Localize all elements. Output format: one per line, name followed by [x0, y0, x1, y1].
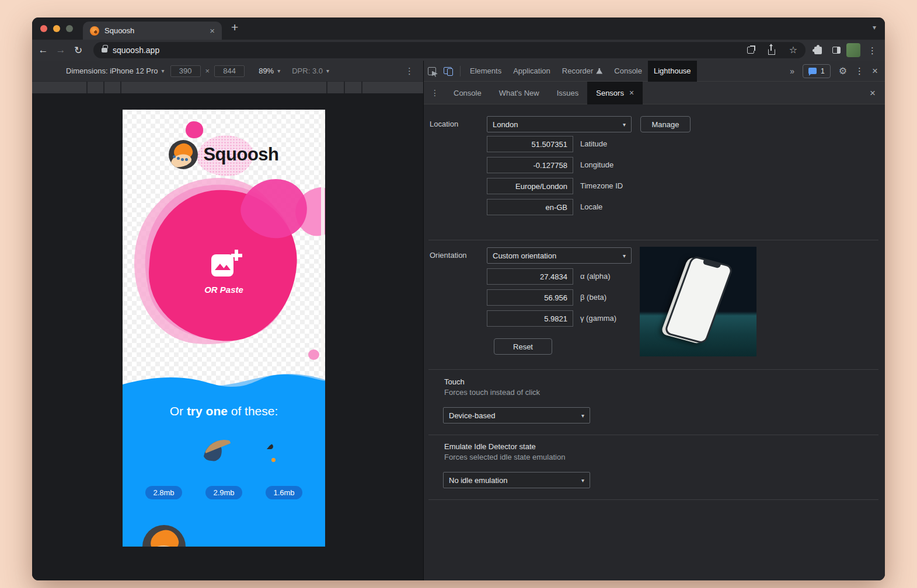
tab-elements[interactable]: Elements — [464, 61, 507, 82]
inspect-element-button[interactable] — [424, 61, 440, 82]
sample-photo-button[interactable]: 2.8mb — [143, 440, 185, 499]
sample-size-badge: 2.9mb — [205, 486, 242, 499]
forward-button[interactable]: → — [52, 44, 69, 56]
browser-menu-icon[interactable]: ⋮ — [868, 46, 877, 55]
gamma-input[interactable] — [487, 310, 573, 327]
url-text[interactable]: squoosh.app — [113, 46, 159, 55]
reset-orientation-button[interactable]: Reset — [494, 338, 552, 355]
chevron-down-icon: ▾ — [581, 477, 584, 484]
tab-recorder[interactable]: Recorder — [556, 61, 608, 82]
sample-screenshot-button[interactable]: 1.6mb — [263, 440, 305, 499]
device-emulation-pane: Dimensions: iPhone 12 Pro ▾ × 89% ▾ DPR:… — [32, 61, 423, 580]
desktop-background: Squoosh × + ▾ ← → ↻ squoosh.app ☆ — [0, 0, 917, 588]
open-in-window-icon[interactable] — [747, 47, 754, 54]
add-image-icon[interactable] — [211, 252, 237, 278]
section-divider — [428, 240, 878, 240]
timezone-label: Timezone ID — [580, 178, 623, 194]
idle-emulation-select[interactable]: No idle emulation▾ — [443, 472, 590, 488]
reload-button[interactable]: ↻ — [69, 44, 87, 57]
tab-application[interactable]: Application — [507, 61, 556, 82]
tab-lighthouse[interactable]: Lighthouse — [648, 61, 697, 82]
issues-bubble-icon — [808, 68, 817, 74]
window-zoom-button[interactable] — [66, 25, 73, 32]
bookmark-star-icon[interactable]: ☆ — [789, 46, 797, 55]
side-panel-icon[interactable] — [832, 47, 841, 54]
drawer-tab-console[interactable]: Console — [445, 82, 490, 104]
divider — [460, 66, 461, 76]
timezone-input[interactable] — [487, 178, 573, 194]
sensors-tab-close-icon[interactable]: × — [629, 89, 634, 97]
squoosh-hand-icon — [169, 140, 198, 169]
lock-icon[interactable] — [102, 48, 107, 52]
sample-illustration-button[interactable]: 2.9mb — [203, 440, 245, 499]
locale-label: Locale — [580, 199, 602, 215]
more-tabs-icon[interactable]: » — [790, 66, 794, 76]
devtools-settings-icon[interactable]: ⚙ — [839, 66, 847, 76]
back-button[interactable]: ← — [34, 44, 52, 56]
dimensions-multiply-sign: × — [205, 66, 210, 75]
viewport-width-input[interactable] — [170, 65, 201, 77]
sample-images: 2.8mb 2.9mb — [123, 440, 325, 499]
zoom-select[interactable]: 89% — [259, 66, 274, 75]
drawer-tab-issues[interactable]: Issues — [548, 82, 588, 104]
longitude-input[interactable] — [487, 157, 573, 173]
new-tab-button[interactable]: + — [231, 20, 238, 34]
locale-input[interactable] — [487, 199, 573, 215]
browser-toolbar: ← → ↻ squoosh.app ☆ ⋮ — [32, 40, 885, 61]
beta-input[interactable] — [487, 289, 573, 306]
sample-illustration-image[interactable] — [203, 440, 245, 482]
chevron-down-icon: ▾ — [623, 121, 626, 128]
orientation-phone-preview[interactable] — [640, 247, 756, 356]
sample-screenshot-image[interactable] — [263, 440, 305, 482]
drawer-tab-sensors[interactable]: Sensors × — [587, 82, 643, 104]
latitude-input[interactable] — [487, 136, 573, 152]
devtools-pane: Elements Application Recorder Console Li… — [423, 61, 885, 580]
devtools-close-icon[interactable]: × — [872, 66, 878, 76]
extensions-puzzle-icon[interactable] — [814, 47, 822, 54]
viewport-height-input[interactable] — [214, 65, 245, 77]
device-toolbar-menu-icon[interactable]: ⋮ — [405, 66, 414, 75]
section-divider — [428, 435, 878, 435]
device-dimensions-select[interactable]: Dimensions: iPhone 12 Pro — [66, 66, 158, 75]
tab-close-icon[interactable]: × — [210, 26, 215, 35]
flask-icon — [596, 68, 602, 74]
drawer-close-icon[interactable]: × — [870, 88, 876, 98]
dpr-select[interactable]: DPR: 3.0 — [292, 66, 323, 75]
device-ruler — [32, 82, 423, 93]
device-toolbar-toggle-button[interactable] — [440, 61, 456, 82]
sample-panda-image[interactable] — [143, 440, 185, 482]
chevron-down-icon: ▾ — [581, 412, 584, 419]
touch-select[interactable]: Device-based▾ — [443, 407, 590, 424]
viewport-scrollbar[interactable] — [321, 113, 325, 372]
touch-title: Touch — [444, 377, 465, 386]
share-icon[interactable] — [768, 49, 775, 55]
issues-counter-button[interactable]: 1 — [803, 64, 831, 78]
squoosh-logo-text: Squoosh — [203, 144, 278, 165]
chevron-down-icon: ▾ — [326, 68, 329, 74]
device-toolbar: Dimensions: iPhone 12 Pro ▾ × 89% ▾ DPR:… — [32, 61, 423, 82]
browser-window: Squoosh × + ▾ ← → ↻ squoosh.app ☆ — [32, 18, 885, 580]
tab-title: Squoosh — [104, 26, 134, 35]
alpha-input[interactable] — [487, 268, 573, 285]
profile-avatar[interactable] — [846, 43, 860, 57]
devtools-tab-bar: Elements Application Recorder Console Li… — [424, 61, 885, 82]
or-paste-text: OR Paste — [123, 285, 325, 295]
touch-subtitle: Forces touch instead of click — [444, 388, 540, 397]
address-bar[interactable]: squoosh.app ☆ — [93, 42, 806, 58]
window-close-button[interactable] — [40, 25, 47, 32]
paste-link[interactable]: Paste — [220, 285, 243, 295]
samples-section: Or try one of these: 2.8mb 2.9mb — [123, 369, 325, 547]
drawer-menu-icon[interactable]: ⋮ — [431, 88, 439, 97]
window-minimize-button[interactable] — [53, 25, 60, 32]
tab-search-icon[interactable]: ▾ — [873, 23, 876, 32]
latitude-label: Latitude — [580, 136, 607, 152]
orientation-select[interactable]: Custom orientation▾ — [487, 247, 632, 264]
devtools-menu-icon[interactable]: ⋮ — [855, 66, 864, 75]
browser-tab[interactable]: Squoosh × — [83, 22, 222, 40]
drawer-tab-whats-new[interactable]: What's New — [490, 82, 548, 104]
location-select[interactable]: London▾ — [487, 116, 632, 132]
tab-console[interactable]: Console — [608, 61, 648, 82]
wave-divider — [123, 369, 325, 398]
manage-locations-button[interactable]: Manage — [640, 116, 691, 132]
or-label: OR — [204, 285, 220, 295]
